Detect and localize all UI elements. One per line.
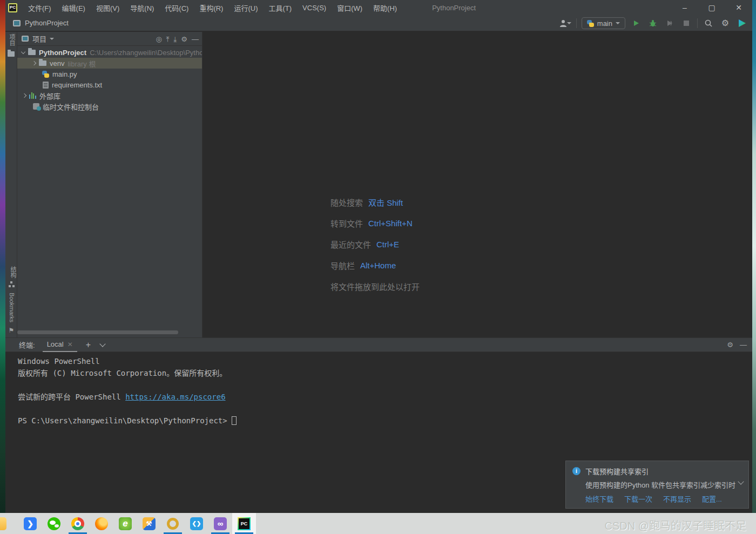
stripe-bookmarks-label[interactable]: Bookmarks bbox=[9, 293, 15, 322]
maximize-button[interactable]: ▢ bbox=[698, 0, 725, 15]
screen: PC 文件(F) 编辑(E) 视图(V) 导航(N) 代码(C) 重构(R) 运… bbox=[0, 0, 756, 534]
window-controls: – ▢ ✕ bbox=[671, 0, 752, 15]
folder-icon[interactable] bbox=[8, 51, 15, 57]
menu-help[interactable]: 帮助(H) bbox=[368, 0, 402, 15]
notification-title: 下载预构建共享索引 bbox=[585, 466, 735, 476]
taskbar-navicat[interactable] bbox=[161, 513, 185, 534]
stripe-project-label[interactable]: 项目 bbox=[8, 34, 16, 46]
horizontal-scrollbar[interactable] bbox=[17, 330, 178, 334]
gear-icon[interactable]: ⚙ bbox=[181, 36, 187, 43]
text-file-icon bbox=[43, 82, 49, 89]
desktop-edge-left bbox=[0, 0, 5, 513]
dont-show-again-link[interactable]: 不再显示 bbox=[663, 494, 691, 504]
taskbar-visual-studio[interactable]: ∞ bbox=[208, 513, 232, 534]
bookmark-icon[interactable]: ⚑ bbox=[5, 327, 17, 334]
terminal-line: 尝试新的跨平台 PowerShell https://aka.ms/pscore… bbox=[18, 391, 752, 403]
wechat-icon bbox=[48, 517, 60, 530]
separator bbox=[697, 18, 698, 28]
run-with-coverage-button[interactable] bbox=[664, 17, 676, 29]
taskbar-wechat[interactable] bbox=[42, 513, 66, 534]
hint-shortcut: Ctrl+Shift+N bbox=[368, 219, 413, 228]
menu-navigate[interactable]: 导航(N) bbox=[125, 0, 159, 15]
terminal-dropdown-icon[interactable] bbox=[99, 341, 105, 347]
always-download-link[interactable]: 始终下载 bbox=[585, 494, 613, 504]
menu-file[interactable]: 文件(F) bbox=[23, 0, 57, 15]
project-tool-window-icon bbox=[22, 36, 29, 42]
breadcrumb[interactable]: PythonProject bbox=[25, 19, 69, 27]
settings-button[interactable]: ⚙ bbox=[719, 17, 731, 29]
stop-button[interactable] bbox=[680, 17, 692, 29]
hint-recent-files: 最近的文件 Ctrl+E bbox=[330, 234, 425, 255]
terminal-line: Windows PowerShell bbox=[18, 355, 752, 367]
taskbar-vscode[interactable]: ❮❯ bbox=[185, 513, 208, 534]
structure-icon[interactable] bbox=[9, 281, 15, 287]
user-account-button[interactable] bbox=[559, 17, 571, 29]
menu-edit[interactable]: 编辑(E) bbox=[57, 0, 91, 15]
taskbar-messenger[interactable]: ❯ bbox=[18, 513, 42, 534]
download-once-link[interactable]: 下载一次 bbox=[624, 494, 652, 504]
terminal-header: 终端: Local ✕ + ⚙ — bbox=[5, 338, 752, 352]
menu-tools[interactable]: 工具(T) bbox=[263, 0, 297, 15]
configure-link[interactable]: 配置... bbox=[702, 494, 722, 504]
tree-row-external-libraries[interactable]: 外部库 bbox=[17, 90, 202, 101]
user-icon bbox=[559, 19, 567, 28]
terminal-title: 终端: bbox=[19, 340, 35, 350]
chevron-right-icon bbox=[32, 61, 36, 65]
tree-row-scratches[interactable]: 临时文件和控制台 bbox=[17, 101, 202, 112]
menu-refactor[interactable]: 重构(R) bbox=[194, 0, 228, 15]
hide-panel-icon[interactable]: — bbox=[740, 341, 747, 348]
terminal-cursor bbox=[232, 416, 237, 425]
terminal-tab-local[interactable]: Local ✕ bbox=[43, 338, 77, 352]
new-terminal-button[interactable]: + bbox=[86, 340, 91, 350]
project-panel: 项目 ◎ ⤒ ⤓ ⚙ — PythonProject C bbox=[17, 32, 202, 337]
close-button[interactable]: ✕ bbox=[725, 0, 752, 15]
run-icon bbox=[632, 19, 640, 27]
minimize-button[interactable]: – bbox=[671, 0, 698, 15]
gradient-play-icon bbox=[738, 19, 746, 28]
taskbar-ie-browser[interactable]: e bbox=[113, 513, 137, 534]
hint-shortcut: 双击 Shift bbox=[368, 197, 403, 208]
close-tab-icon[interactable]: ✕ bbox=[68, 341, 73, 348]
separator bbox=[576, 18, 577, 28]
search-everywhere-button[interactable] bbox=[703, 17, 714, 29]
hide-panel-icon[interactable]: — bbox=[192, 36, 199, 43]
notification-balloon: i 下载预构建共享索引 使用预构建的Python 软件包共享索引减少索引时 始终… bbox=[565, 461, 749, 509]
taskbar-file-explorer[interactable] bbox=[0, 513, 13, 534]
tree-row-venv[interactable]: venv library 根 bbox=[17, 58, 202, 69]
run-button[interactable] bbox=[630, 17, 642, 29]
hint-label: 导航栏 bbox=[330, 260, 355, 271]
run-configuration-selector[interactable]: main bbox=[582, 17, 625, 29]
taskbar-pycharm[interactable]: PC bbox=[232, 513, 256, 534]
menu-vcs[interactable]: VCS(S) bbox=[297, 0, 332, 15]
menu-window[interactable]: 窗口(W) bbox=[332, 0, 368, 15]
menu-code[interactable]: 代码(C) bbox=[159, 0, 194, 15]
terminal-link[interactable]: https://aka.ms/pscore6 bbox=[125, 393, 225, 401]
terminal-output[interactable]: Windows PowerShell 版权所有 (C) Microsoft Co… bbox=[5, 352, 752, 427]
tree-row-requirements[interactable]: requirements.txt bbox=[17, 79, 202, 90]
menu-view[interactable]: 视图(V) bbox=[91, 0, 125, 15]
project-panel-title[interactable]: 项目 bbox=[32, 33, 46, 44]
tree-row-project-root[interactable]: PythonProject C:\Users\zhangweilin\Deskt… bbox=[17, 47, 202, 58]
hint-drop-files: 将文件拖放到此处以打开 bbox=[330, 276, 425, 297]
empty-editor-hints: 随处搜索 双击 Shift 转到文件 Ctrl+Shift+N 最近的文件 Ct… bbox=[330, 192, 425, 297]
menu-run[interactable]: 运行(U) bbox=[228, 0, 263, 15]
folder-icon bbox=[28, 50, 36, 55]
tree-row-main-py[interactable]: main.py bbox=[17, 69, 202, 79]
collapse-all-icon[interactable]: ⤓ bbox=[174, 36, 177, 43]
taskbar-devtools[interactable]: ⚒ bbox=[137, 513, 161, 534]
stripe-structure-label[interactable]: 结构 bbox=[9, 266, 17, 278]
locate-file-icon[interactable]: ◎ bbox=[156, 36, 162, 43]
tree-item-name: PythonProject bbox=[39, 49, 86, 57]
desktop-edge-right bbox=[752, 0, 756, 513]
debug-button[interactable] bbox=[647, 17, 659, 29]
code-with-me-button[interactable] bbox=[736, 17, 748, 29]
gear-icon[interactable]: ⚙ bbox=[727, 341, 733, 348]
taskbar-firefox[interactable] bbox=[90, 513, 113, 534]
tool-window-stripe: 项目 结构 Bookmarks ⚑ bbox=[5, 32, 17, 337]
chevron-down-icon[interactable] bbox=[50, 38, 54, 40]
taskbar-chrome[interactable] bbox=[66, 513, 90, 534]
expand-all-icon[interactable]: ⤒ bbox=[166, 36, 170, 43]
pycharm-logo-icon: PC bbox=[8, 3, 17, 12]
editor-area[interactable]: 随处搜索 双击 Shift 转到文件 Ctrl+Shift+N 最近的文件 Ct… bbox=[202, 32, 752, 337]
project-panel-header: 项目 ◎ ⤒ ⤓ ⚙ — bbox=[17, 32, 202, 46]
